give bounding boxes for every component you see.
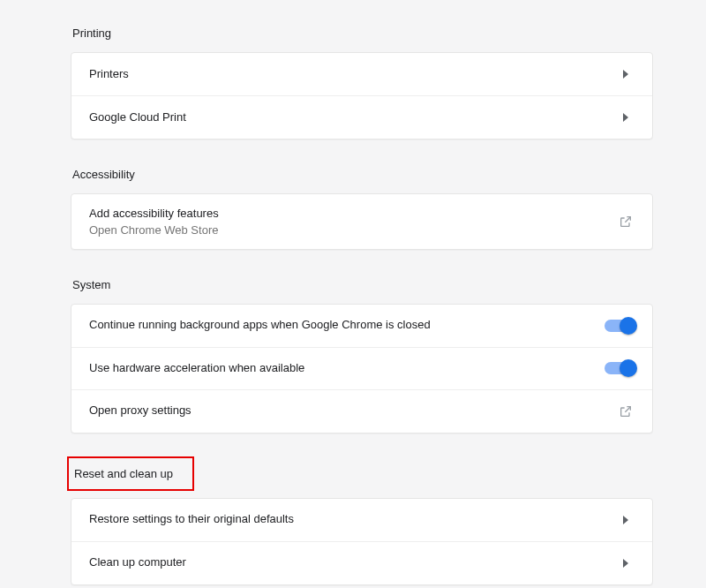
section-title-system: System: [71, 273, 653, 304]
row-open-proxy-settings[interactable]: Open proxy settings: [71, 389, 652, 433]
row-printers[interactable]: Printers: [71, 53, 652, 95]
section-title-reset: Reset and clean up: [74, 467, 173, 480]
row-google-cloud-print[interactable]: Google Cloud Print: [71, 95, 652, 139]
label-hardware-accel: Use hardware acceleration when available: [89, 361, 304, 376]
arrow-right-icon: [617, 65, 635, 83]
section-title-printing: Printing: [71, 21, 653, 52]
card-system: Continue running background apps when Go…: [71, 304, 653, 433]
label-add-features: Add accessibility features: [89, 207, 219, 222]
label-proxy: Open proxy settings: [89, 403, 192, 418]
row-background-apps[interactable]: Continue running background apps when Go…: [71, 305, 652, 347]
label-cleanup: Clean up computer: [89, 555, 186, 570]
card-accessibility: Add accessibility features Open Chrome W…: [71, 193, 653, 250]
row-add-accessibility-features[interactable]: Add accessibility features Open Chrome W…: [71, 194, 652, 249]
external-link-icon: [617, 403, 635, 420]
settings-page: Printing Printers Google Cloud Print Acc…: [0, 0, 706, 585]
label-printers: Printers: [89, 67, 129, 82]
toggle-hardware-accel[interactable]: [605, 362, 635, 374]
arrow-right-icon: [617, 511, 635, 529]
row-restore-defaults[interactable]: Restore settings to their original defau…: [71, 499, 652, 541]
section-printing: Printing Printers Google Cloud Print: [71, 21, 653, 139]
card-reset-cleanup: Restore settings to their original defau…: [71, 498, 653, 585]
label-restore: Restore settings to their original defau…: [89, 512, 294, 527]
arrow-right-icon: [617, 109, 635, 126]
label-cloud-print: Google Cloud Print: [89, 110, 186, 125]
section-title-accessibility: Accessibility: [71, 162, 653, 193]
sublabel-add-features: Open Chrome Web Store: [89, 223, 219, 237]
toggle-background-apps[interactable]: [605, 320, 635, 332]
section-reset-cleanup: Reset and clean up Restore settings to t…: [71, 456, 653, 585]
section-accessibility: Accessibility Add accessibility features…: [71, 162, 653, 250]
highlight-reset-cleanup: Reset and clean up: [67, 456, 194, 491]
card-printing: Printers Google Cloud Print: [71, 52, 653, 139]
label-background-apps: Continue running background apps when Go…: [89, 318, 431, 333]
external-link-icon: [617, 213, 635, 230]
row-hardware-acceleration[interactable]: Use hardware acceleration when available: [71, 347, 652, 389]
arrow-right-icon: [617, 554, 635, 572]
section-system: System Continue running background apps …: [71, 273, 653, 433]
row-cleanup-computer[interactable]: Clean up computer: [71, 541, 652, 584]
